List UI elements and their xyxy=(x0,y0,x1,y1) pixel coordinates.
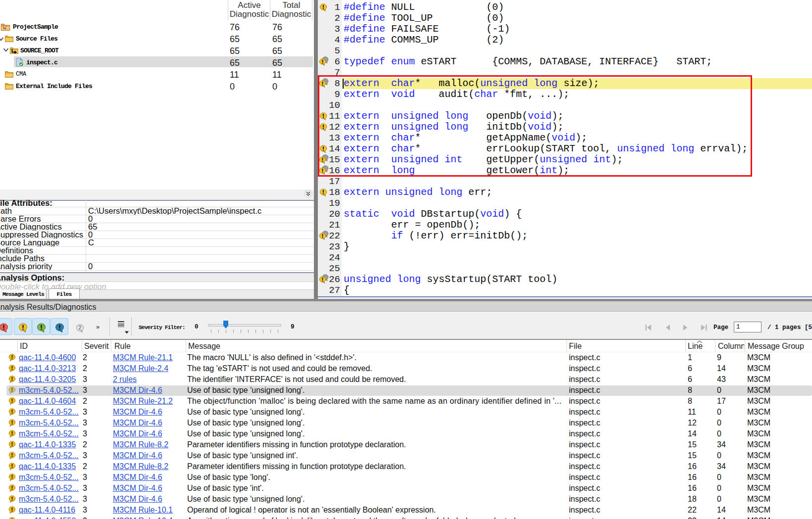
svg-text:2: 2 xyxy=(79,325,82,330)
